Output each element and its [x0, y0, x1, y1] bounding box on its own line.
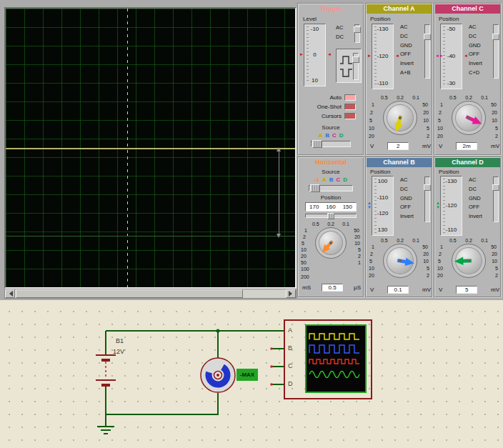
channel-b-gain-knob[interactable]	[383, 244, 417, 278]
knob-scale-label: 1	[372, 102, 374, 107]
coupling-option: Invert	[400, 59, 423, 69]
channel-b-position-slider[interactable]: 100 -110 -120 130	[372, 176, 394, 236]
knob-scale-label: 0.1	[342, 221, 349, 227]
knob-scale-label: 0.5	[312, 221, 319, 227]
trigger-level-slider[interactable]: -10 0 10	[304, 24, 326, 86]
timebase-knob[interactable]	[315, 227, 347, 259]
trigger-coupling-slider[interactable]	[354, 24, 360, 43]
level-value: 0	[304, 52, 325, 58]
knob-scale-label: 5	[369, 259, 372, 264]
unit-left: V	[370, 143, 374, 149]
cursors-button[interactable]	[344, 113, 356, 119]
auto-label: Auto	[300, 94, 342, 101]
channel-d-position-slider[interactable]: -130 -120 -110	[440, 176, 462, 236]
channel-a-position-slider[interactable]: -130 -120 -110	[372, 24, 394, 89]
coupling-slider-thumb[interactable]	[424, 34, 431, 40]
coupling-option: Invert	[469, 59, 492, 69]
motor-component[interactable]	[201, 358, 235, 392]
coupling-option: DC	[469, 32, 492, 41]
knob-scale-label: 20	[423, 110, 429, 115]
edge-slider-thumb[interactable]	[352, 56, 359, 63]
knob-pointer	[309, 221, 352, 264]
knob-scale-label: 10	[423, 259, 429, 264]
knob-scale-label: 2	[370, 252, 373, 257]
channel-b-coupling-labels: AC DC GND OFF Invert	[400, 176, 423, 221]
channel-b-scale-row: V 0.1 mV	[370, 286, 431, 294]
coupling-slider-thumb[interactable]	[492, 34, 499, 40]
knob-scale-label: 0.5	[381, 95, 388, 100]
measurement-cursor[interactable]	[279, 149, 279, 237]
horizontal-position-display[interactable]: 170 160 150	[305, 202, 357, 211]
knob-scale-label: 200	[301, 274, 309, 279]
knob-scale-label: 0.2	[397, 238, 404, 243]
ground-symbol[interactable]	[97, 427, 114, 434]
position-slider-thumb[interactable]	[327, 213, 334, 219]
knob-pointer	[452, 244, 486, 278]
one-shot-label: One-Shot	[300, 104, 342, 110]
knob-scale-label: 100	[301, 267, 309, 272]
knob-scale-label: 0.2	[465, 238, 472, 243]
position-value: -30	[441, 81, 462, 86]
knob-scale-label: 5	[369, 118, 372, 123]
battery-value-label[interactable]: 12V	[113, 348, 124, 355]
screen-hscrollbar[interactable]	[4, 289, 297, 299]
scrollbar-thumb[interactable]	[16, 289, 243, 298]
level-cursor-right-icon: ◄	[327, 52, 332, 56]
battery-ref-label[interactable]: B1	[116, 337, 124, 344]
knob-scale-label: 2	[427, 273, 429, 278]
position-value: 100	[372, 179, 393, 184]
channel-a-scale-row: V 2 mV	[370, 142, 431, 150]
source-channel-c: C	[337, 176, 341, 183]
one-shot-button[interactable]	[344, 104, 356, 110]
channel-c-coupling-slider[interactable]	[493, 24, 499, 79]
knob-scale-label: 10	[354, 241, 360, 246]
channel-a-coupling-labels: AC DC GND OFF Invert A+B	[400, 23, 423, 78]
channel-d-gain-knob[interactable]	[452, 244, 486, 278]
knob-scale-label: 50	[491, 244, 497, 249]
scope-pin-label-b: B	[288, 344, 292, 352]
channel-b-coupling-slider[interactable]	[424, 176, 430, 222]
knob-scale-label: 1	[304, 228, 307, 233]
position-value: -120	[372, 54, 393, 59]
unit-right: mV	[491, 287, 499, 293]
horizontal-position-slider[interactable]	[305, 214, 357, 218]
source-label: Source	[299, 169, 363, 175]
scope-pin-label-d: D	[288, 380, 293, 387]
unit-right: µS	[354, 284, 361, 291]
coupling-slider-thumb[interactable]	[354, 26, 361, 33]
coupling-slider-thumb[interactable]	[492, 184, 499, 191]
scroll-left-button[interactable]	[5, 289, 15, 298]
channel-a-coupling-slider[interactable]	[424, 24, 430, 79]
channel-d-scale-row: V 5 mV	[439, 286, 499, 294]
battery-component[interactable]	[96, 355, 116, 385]
channel-a-gain-knob[interactable]	[383, 101, 417, 135]
auto-button[interactable]	[344, 94, 356, 101]
source-label: Source	[299, 124, 363, 131]
channel-b-panel: Channel B Position 100 -110 -120 130 ▲▼ …	[365, 156, 433, 298]
schematic-canvas[interactable]: B1 12V -MAX A B C D	[0, 300, 503, 448]
source-slider-thumb[interactable]	[312, 140, 322, 148]
scroll-right-button[interactable]	[286, 289, 296, 298]
unit-left: V	[370, 287, 374, 293]
channel-d-panel: Channel D Position -130 -120 -110 ▲▼ AC …	[434, 156, 502, 298]
coupling-slider-thumb[interactable]	[424, 184, 431, 191]
edge-slider[interactable]	[353, 53, 359, 80]
horizontal-source-slider[interactable]	[309, 185, 353, 191]
knob-scale-label: 20	[437, 134, 443, 139]
position-cursor-left-icon: ◄►	[435, 54, 444, 58]
knob-scale-label: 2	[439, 252, 442, 257]
knob-scale-label: 2	[439, 110, 442, 115]
scope-pin-label-a: A	[288, 327, 292, 334]
trigger-source-slider[interactable]	[311, 141, 351, 147]
knob-scale-label: 5	[427, 126, 429, 131]
trigger-edge-selector[interactable]	[336, 49, 362, 83]
channel-d-coupling-slider[interactable]	[493, 176, 499, 222]
oscilloscope-component[interactable]	[270, 320, 372, 399]
knob-scale-label: 10	[301, 247, 307, 252]
source-slider-thumb[interactable]	[310, 184, 320, 192]
channel-c-gain-knob[interactable]	[452, 101, 486, 135]
knob-scale-label: 50	[301, 260, 307, 265]
source-trigger-option: -1	[314, 176, 319, 183]
knob-scale-label: 5	[302, 241, 304, 246]
knob-scale-label: 10	[492, 259, 497, 264]
